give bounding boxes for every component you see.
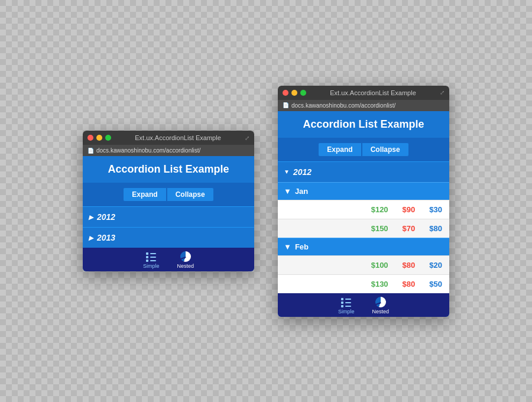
jan-row2-val2: $70 xyxy=(403,224,416,233)
month-label-feb: Feb xyxy=(295,242,309,251)
tab-nested-1[interactable]: Nested xyxy=(177,251,194,269)
expand-button-2[interactable]: Expand xyxy=(318,142,361,157)
accordion-year-2012[interactable]: ▼ 2012 xyxy=(278,161,449,182)
accordion-item-2012[interactable]: ▶ 2012 xyxy=(83,206,254,227)
data-row-feb-2: $130 $80 $50 xyxy=(278,274,449,293)
jan-row1-val3: $30 xyxy=(429,205,442,214)
maximize-dot-1[interactable] xyxy=(105,135,111,141)
arrow-year-2012: ▼ xyxy=(284,168,290,175)
tab-simple-label-1: Simple xyxy=(143,263,160,269)
tab-nested-label-1: Nested xyxy=(177,263,194,269)
feb-row2-val1: $130 xyxy=(371,280,388,288)
title-bar-2: Ext.ux.AccordionList Example ⤢ xyxy=(278,86,449,100)
list-icon-2 xyxy=(341,297,351,307)
url-bar-2: 📄 docs.kawanoshinobu.com/accordionlist/ xyxy=(278,100,449,111)
window-title-2: Ext.ux.AccordionList Example xyxy=(310,89,436,96)
app-content-2: Accordion List Example Expand Collapse ▼… xyxy=(278,111,449,317)
feb-row1-val3: $20 xyxy=(429,261,442,270)
window-1: Ext.ux.AccordionList Example ⤢ 📄 docs.ka… xyxy=(83,131,254,271)
url-text-1: docs.kawanoshinobu.com/accordionlist/ xyxy=(96,147,200,154)
close-dot-2[interactable] xyxy=(283,90,288,96)
app-content-1: Accordion List Example Expand Collapse ▶… xyxy=(83,156,254,271)
window-2: Ext.ux.AccordionList Example ⤢ 📄 docs.ka… xyxy=(278,86,449,317)
pie-icon-1 xyxy=(180,251,191,262)
jan-row2-val1: $150 xyxy=(371,224,388,233)
window-title-1: Ext.ux.AccordionList Example xyxy=(115,134,241,141)
bottom-bar-1: Simple Nested xyxy=(83,248,254,271)
minimize-dot-1[interactable] xyxy=(96,135,102,141)
feb-row2-val3: $50 xyxy=(429,280,442,288)
expand-button-1[interactable]: Expand xyxy=(123,187,166,202)
expand-icon-2: ⤢ xyxy=(440,89,445,96)
arrow-month-jan: ▼ xyxy=(284,187,291,196)
jan-row1-val1: $120 xyxy=(371,205,388,214)
pie-icon-2 xyxy=(375,297,386,307)
list-section-2: ▼ 2012 ▼ Jan $120 $90 $30 $150 $70 $80 ▼ xyxy=(278,161,449,293)
toolbar-1: Expand Collapse xyxy=(83,183,254,206)
year-label-2012: 2012 xyxy=(293,167,312,177)
arrow-month-feb: ▼ xyxy=(284,242,291,251)
url-text-2: docs.kawanoshinobu.com/accordionlist/ xyxy=(291,102,395,109)
jan-row2-val3: $80 xyxy=(429,224,442,233)
app-title-2: Accordion List Example xyxy=(285,118,442,131)
data-row-feb-1: $100 $80 $20 xyxy=(278,255,449,274)
month-label-jan: Jan xyxy=(295,187,308,196)
data-row-jan-2: $150 $70 $80 xyxy=(278,219,449,238)
traffic-lights-1 xyxy=(87,135,111,141)
tab-simple-2[interactable]: Simple xyxy=(338,297,355,315)
tab-nested-2[interactable]: Nested xyxy=(372,297,389,315)
close-dot-1[interactable] xyxy=(87,135,93,141)
feb-row1-val2: $80 xyxy=(403,261,416,270)
collapse-button-2[interactable]: Collapse xyxy=(362,142,409,157)
collapse-button-1[interactable]: Collapse xyxy=(167,187,214,202)
feb-row2-val2: $80 xyxy=(403,280,416,288)
app-header-2: Accordion List Example xyxy=(278,111,449,138)
jan-row1-val2: $90 xyxy=(403,205,416,214)
url-bar-1: 📄 docs.kawanoshinobu.com/accordionlist/ xyxy=(83,145,254,156)
tab-simple-1[interactable]: Simple xyxy=(143,251,160,269)
toolbar-2: Expand Collapse xyxy=(278,138,449,161)
accordion-label-2012: 2012 xyxy=(97,212,115,222)
maximize-dot-2[interactable] xyxy=(300,90,306,96)
bottom-bar-2: Simple Nested xyxy=(278,293,449,317)
app-header-1: Accordion List Example xyxy=(83,156,254,183)
feb-row1-val1: $100 xyxy=(371,261,388,270)
accordion-month-feb[interactable]: ▼ Feb xyxy=(278,238,449,255)
title-bar-1: Ext.ux.AccordionList Example ⤢ xyxy=(83,131,254,145)
tab-nested-label-2: Nested xyxy=(372,309,389,315)
accordion-label-2013: 2013 xyxy=(97,233,115,242)
tab-simple-label-2: Simple xyxy=(338,309,355,315)
arrow-icon-2013: ▶ xyxy=(89,235,93,241)
list-icon-1 xyxy=(146,251,156,262)
minimize-dot-2[interactable] xyxy=(291,90,297,96)
list-section-1: ▶ 2012 ▶ 2013 xyxy=(83,206,254,248)
arrow-icon-2012: ▶ xyxy=(89,214,93,221)
accordion-month-jan[interactable]: ▼ Jan xyxy=(278,182,449,200)
accordion-item-2013[interactable]: ▶ 2013 xyxy=(83,227,254,248)
traffic-lights-2 xyxy=(283,90,306,96)
data-row-jan-1: $120 $90 $30 xyxy=(278,200,449,219)
expand-icon-1: ⤢ xyxy=(245,135,249,141)
page-icon-2: 📄 xyxy=(283,102,289,108)
page-icon-1: 📄 xyxy=(87,148,94,154)
app-title-1: Accordion List Example xyxy=(90,163,247,176)
